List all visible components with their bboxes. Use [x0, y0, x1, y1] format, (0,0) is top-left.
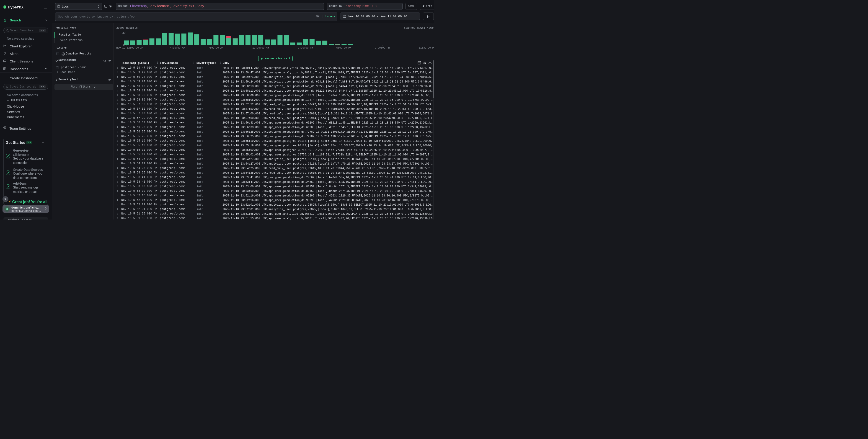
svg-text:10:30:00 AM: 10:30:00 AM: [252, 46, 269, 49]
svg-text:2K: 2K: [122, 31, 125, 34]
svg-text:5:00:00 PM: 5:00:00 PM: [336, 46, 351, 49]
svg-text:2:00:00 PM: 2:00:00 PM: [298, 46, 313, 49]
svg-text:7:00:00 AM: 7:00:00 AM: [208, 46, 223, 49]
svg-text:Nov 10 12:00:00 AM: Nov 10 12:00:00 AM: [116, 46, 144, 49]
svg-text:4:00:00 AM: 4:00:00 AM: [170, 46, 185, 49]
svg-text:8:00:00 PM: 8:00:00 PM: [375, 46, 390, 49]
svg-text:0: 0: [123, 43, 125, 46]
svg-text:11:30:00 PM: 11:30:00 PM: [419, 46, 434, 49]
